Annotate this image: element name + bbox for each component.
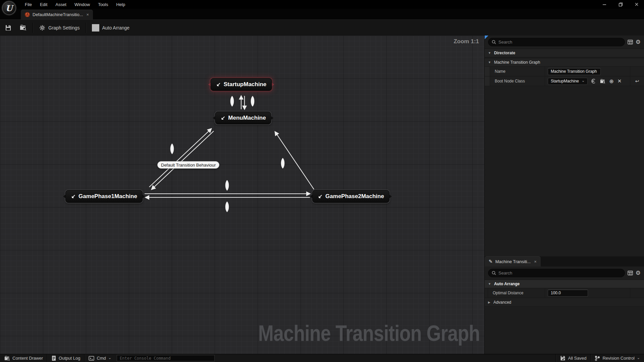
advanced-label: Advanced bbox=[493, 300, 511, 305]
close-window-button[interactable] bbox=[629, 0, 644, 9]
browse-to-asset-button[interactable] bbox=[15, 20, 31, 36]
add-element-icon[interactable]: ⊕ bbox=[609, 78, 613, 84]
section-auto-arrange[interactable]: ▼ Auto Arrange bbox=[485, 280, 644, 288]
save-button[interactable] bbox=[0, 20, 15, 36]
collapse-arrow-icon: ▼ bbox=[488, 61, 491, 64]
row-indent bbox=[485, 288, 488, 298]
transition-behaviour-label[interactable]: Default Transition Behaviour bbox=[157, 161, 219, 169]
graph-settings-label: Graph Settings bbox=[48, 25, 79, 31]
collapse-arrow-icon: ▼ bbox=[488, 51, 491, 55]
search-placeholder: Search bbox=[498, 40, 512, 45]
toolbar-separator bbox=[33, 23, 33, 33]
optimal-distance-input[interactable]: 100.0 bbox=[548, 290, 588, 297]
tool-settings-gear-icon[interactable]: ⚙ bbox=[636, 269, 641, 277]
section-label: Auto Arrange bbox=[494, 282, 520, 286]
tool-tab-label: Machine Transiti... bbox=[495, 259, 531, 264]
search-icon bbox=[492, 40, 496, 44]
search-icon bbox=[492, 271, 496, 275]
menu-asset[interactable]: Asset bbox=[51, 1, 70, 8]
node-pin-left bbox=[63, 195, 65, 198]
asset-tab-strip: DefaultMachineTransitio... × bbox=[0, 9, 644, 19]
property-row-boot-node-class: Boot Node Class StartupMachine ⌄ bbox=[485, 76, 644, 86]
graph-node-menu-machine[interactable]: MenuMachine bbox=[215, 112, 271, 124]
details-panel: Search ⚙ ▼ Directorate ▼ Machine Transit… bbox=[485, 36, 644, 256]
state-machine-icon bbox=[216, 82, 221, 87]
menu-edit[interactable]: Edit bbox=[36, 1, 51, 8]
asset-tab[interactable]: DefaultMachineTransitio... × bbox=[21, 10, 93, 19]
property-row-name: Name Machine Transition Graph bbox=[485, 67, 644, 76]
node-label: StartupMachine bbox=[224, 81, 267, 88]
menu-file[interactable]: File bbox=[21, 1, 36, 8]
chevron-down-icon: ⌄ bbox=[108, 356, 111, 360]
undo-icon: ↩ bbox=[635, 78, 639, 84]
property-row-optimal-distance: Optimal Distance 100.0 bbox=[485, 288, 644, 298]
save-status-icon bbox=[560, 355, 566, 361]
revision-control-button[interactable]: Revision Control ⌄ bbox=[591, 354, 644, 362]
cmd-dropdown[interactable]: Cmd ⌄ bbox=[85, 354, 115, 362]
auto-arrange-button[interactable]: Auto Arrange bbox=[88, 20, 133, 36]
toolbar-separator bbox=[86, 23, 86, 33]
node-pin-right bbox=[389, 195, 392, 198]
node-pin-right bbox=[272, 83, 274, 86]
asset-tab-label: DefaultMachineTransitio... bbox=[33, 12, 83, 17]
status-bar: Content Drawer Output Log Cmd ⌄ Enter Co… bbox=[0, 354, 644, 362]
tool-options-panel: ✎ Machine Transiti... × Search ⚙ ▼ bbox=[485, 256, 644, 354]
browse-asset-icon[interactable] bbox=[600, 79, 605, 84]
reset-to-default-button[interactable]: ↩ bbox=[630, 76, 644, 86]
node-pin-left bbox=[310, 195, 312, 198]
edit-pencil-icon: ✎ bbox=[489, 259, 493, 264]
tab-close-icon[interactable]: × bbox=[87, 12, 89, 17]
tool-tab[interactable]: ✎ Machine Transiti... × bbox=[485, 256, 541, 266]
graph-canvas[interactable]: Zoom 1:1 Machine Transition Graph bbox=[0, 36, 484, 354]
state-machine-icon bbox=[71, 194, 76, 199]
column-view-icon[interactable] bbox=[628, 40, 633, 45]
auto-arrange-label: Auto Arrange bbox=[102, 25, 129, 31]
node-pin-right bbox=[271, 116, 274, 120]
section-directorate[interactable]: ▼ Directorate bbox=[485, 49, 644, 57]
auto-arrange-icon bbox=[92, 24, 99, 32]
tool-tab-close-icon[interactable]: × bbox=[534, 259, 537, 264]
property-label: Name bbox=[495, 69, 505, 74]
output-log-button[interactable]: Output Log bbox=[47, 354, 84, 362]
property-label: Boot Node Class bbox=[495, 79, 525, 83]
all-saved-button[interactable]: All Saved bbox=[556, 354, 590, 362]
graph-node-game-phase2-machine[interactable]: GamePhase2Machine bbox=[312, 190, 389, 203]
use-selected-asset-icon[interactable] bbox=[591, 78, 596, 84]
unreal-editor-window: U File Edit Asset Window Tools Help bbox=[0, 0, 644, 362]
menu-window[interactable]: Window bbox=[70, 1, 94, 8]
tool-tab-strip: ✎ Machine Transiti... × bbox=[485, 256, 644, 266]
title-bar: U File Edit Asset Window Tools Help bbox=[0, 0, 644, 9]
reset-column bbox=[630, 288, 644, 298]
chevron-down-icon: ⌄ bbox=[582, 78, 585, 83]
advanced-expander[interactable]: ▶ Advanced bbox=[485, 298, 644, 307]
focus-corner-marker bbox=[485, 36, 488, 39]
tool-search-input[interactable]: Search bbox=[488, 269, 625, 277]
node-label: GamePhase1Machine bbox=[78, 193, 137, 200]
graph-node-game-phase1-machine[interactable]: GamePhase1Machine bbox=[65, 190, 143, 203]
details-search-input[interactable]: Search bbox=[488, 38, 625, 46]
row-indent bbox=[485, 76, 490, 86]
clear-icon[interactable]: ✕ bbox=[618, 78, 622, 84]
state-machine-icon bbox=[220, 116, 225, 121]
graph-node-startup-machine[interactable]: StartupMachine bbox=[211, 78, 272, 91]
collapse-arrow-icon: ▼ bbox=[488, 282, 491, 286]
menu-help[interactable]: Help bbox=[112, 1, 129, 8]
expand-arrow-icon: ▶ bbox=[488, 301, 490, 304]
console-command-input[interactable]: Enter Console Command bbox=[117, 355, 215, 361]
unreal-logo-icon: U bbox=[2, 1, 16, 15]
node-label: MenuMachine bbox=[228, 115, 266, 121]
menu-tools[interactable]: Tools bbox=[94, 1, 112, 8]
reset-column bbox=[630, 67, 644, 76]
column-view-icon[interactable] bbox=[628, 270, 633, 276]
restore-button[interactable] bbox=[613, 0, 628, 9]
name-input[interactable]: Machine Transition Graph bbox=[548, 68, 601, 75]
search-placeholder: Search bbox=[498, 270, 512, 276]
graph-settings-button[interactable]: Graph Settings bbox=[35, 20, 84, 36]
boot-node-class-dropdown[interactable]: StartupMachine ⌄ bbox=[548, 78, 588, 85]
content-drawer-button[interactable]: Content Drawer bbox=[0, 354, 47, 362]
section-label: Directorate bbox=[494, 51, 515, 55]
minimize-button[interactable] bbox=[597, 0, 612, 9]
node-pin-left bbox=[208, 83, 211, 86]
section-machine-transition-graph[interactable]: ▼ Machine Transition Graph bbox=[485, 58, 644, 67]
details-settings-gear-icon[interactable]: ⚙ bbox=[636, 39, 641, 46]
